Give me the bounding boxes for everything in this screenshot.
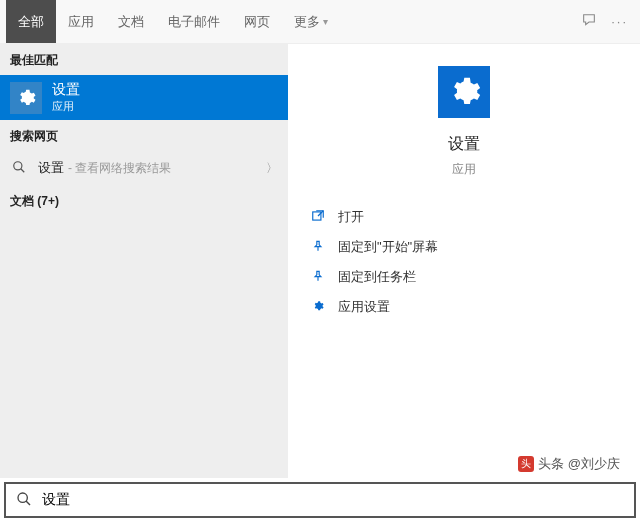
search-bar[interactable]	[4, 482, 636, 518]
action-pin-start-label: 固定到"开始"屏幕	[338, 238, 438, 256]
app-title: 设置	[448, 134, 480, 155]
tab-documents[interactable]: 文档	[106, 0, 156, 43]
app-subtitle: 应用	[452, 161, 476, 178]
tab-more-label: 更多	[294, 13, 320, 31]
action-app-settings[interactable]: 应用设置	[310, 292, 640, 322]
feedback-icon[interactable]	[581, 12, 597, 31]
top-tab-bar: 全部 应用 文档 电子邮件 网页 更多 ▾ ···	[0, 0, 640, 44]
open-icon	[310, 209, 326, 226]
tabbar-right: ···	[581, 12, 640, 31]
search-icon	[16, 491, 32, 510]
web-result-query: 设置	[38, 159, 64, 177]
search-input[interactable]	[42, 492, 624, 508]
action-app-settings-label: 应用设置	[338, 298, 390, 316]
best-match-title: 设置	[52, 81, 80, 99]
best-match-subtitle: 应用	[52, 99, 80, 114]
svg-point-5	[18, 493, 27, 502]
pin-taskbar-icon	[310, 269, 326, 286]
web-search-result[interactable]: 设置 - 查看网络搜索结果 〉	[0, 151, 288, 185]
action-list: 打开 固定到"开始"屏幕 固定到任务栏 应用设置	[288, 202, 640, 322]
tab-apps[interactable]: 应用	[56, 0, 106, 43]
tab-all[interactable]: 全部	[6, 0, 56, 43]
action-pin-taskbar[interactable]: 固定到任务栏	[310, 262, 640, 292]
settings-gear-icon	[10, 82, 42, 114]
best-match-text: 设置 应用	[52, 81, 80, 114]
svg-rect-2	[313, 211, 321, 219]
search-icon	[10, 160, 28, 177]
web-result-hint: - 查看网络搜索结果	[68, 160, 171, 177]
svg-line-1	[21, 168, 25, 172]
app-icon	[438, 66, 490, 118]
results-pane: 最佳匹配 设置 应用 搜索网页 设置 - 查看网络搜索结果 〉 文档 (7+)	[0, 44, 288, 478]
ellipsis-icon[interactable]: ···	[611, 14, 628, 29]
chevron-down-icon: ▾	[323, 16, 328, 27]
chevron-right-icon: 〉	[266, 160, 278, 177]
tab-web[interactable]: 网页	[232, 0, 282, 43]
pin-start-icon	[310, 239, 326, 256]
action-open-label: 打开	[338, 208, 364, 226]
best-match-header: 最佳匹配	[0, 44, 288, 75]
action-open[interactable]: 打开	[310, 202, 640, 232]
action-pin-start[interactable]: 固定到"开始"屏幕	[310, 232, 640, 262]
detail-pane: 设置 应用 打开 固定到"开始"屏幕 固定到任务栏	[288, 44, 640, 478]
web-result-text: 设置 - 查看网络搜索结果	[38, 159, 256, 177]
action-pin-taskbar-label: 固定到任务栏	[338, 268, 416, 286]
tab-more[interactable]: 更多 ▾	[282, 0, 340, 43]
svg-point-0	[14, 161, 22, 169]
svg-line-6	[26, 501, 30, 505]
documents-header[interactable]: 文档 (7+)	[0, 185, 288, 216]
main-area: 最佳匹配 设置 应用 搜索网页 设置 - 查看网络搜索结果 〉 文档 (7+)	[0, 44, 640, 478]
search-web-header: 搜索网页	[0, 120, 288, 151]
best-match-item[interactable]: 设置 应用	[0, 75, 288, 120]
app-settings-icon	[310, 299, 326, 316]
tab-emails[interactable]: 电子邮件	[156, 0, 232, 43]
